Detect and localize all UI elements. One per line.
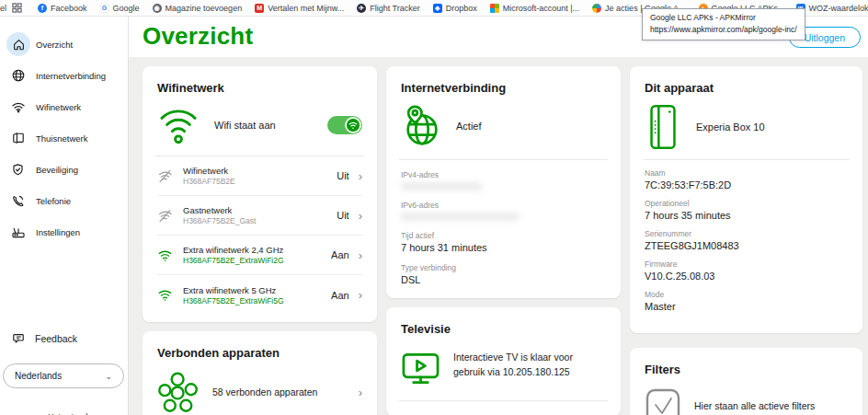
bookmark-microsoft[interactable]: Microsoft-account |... (490, 4, 579, 13)
sidebar-item-instellingen[interactable]: Instellingen (0, 218, 129, 246)
shield-icon (10, 162, 26, 178)
home-network-icon (10, 131, 26, 146)
wifi-status-text: Wifi staat aan (214, 120, 327, 131)
card-televisie: Televisie Interactieve TV is klaar voor … (386, 307, 621, 415)
wifi-on-icon (157, 288, 174, 302)
device-cluster-icon (157, 371, 200, 413)
wifi-off-icon (157, 209, 174, 223)
bookmark-magazine[interactable]: ◉ Magazine toevoegen (153, 4, 243, 13)
connected-devices-row[interactable]: 58 verbonden apparaten › (157, 371, 362, 413)
globe-pin-icon (401, 104, 443, 148)
sidebar-item-wifinetwerk[interactable]: Wifinetwerk (0, 93, 129, 121)
connected-devices-count: 58 verbonden apparaten (212, 386, 359, 398)
sidebar-item-telefonie[interactable]: Telefonie (0, 187, 129, 214)
network-ssid: H368AF75B2E_ExtraWiFi2G (183, 256, 331, 265)
network-ssid: H368AF75B2E_Gast (183, 216, 337, 225)
router-settings-icon (10, 225, 26, 240)
field-label: Firmware (645, 259, 848, 269)
bookmark-dropbox[interactable]: ◈ Dropbox (433, 4, 477, 13)
sidebar-item-overzicht[interactable]: Overzicht (0, 30, 129, 58)
bookmark-facebook[interactable]: f Facebook (38, 4, 87, 13)
tooltip-title: Google LLC APKs - APKMirror (650, 12, 797, 24)
network-name: Extra wifinetwerk 2,4 GHz (183, 245, 331, 255)
field-serienummer: Serienummer ZTEEG8GJ1M08483 (645, 229, 848, 251)
language-select[interactable]: Nederlands ⌄ (3, 363, 124, 388)
field-value: DSL (401, 274, 606, 285)
experia-box-icon (645, 102, 681, 152)
chevron-right-icon: › (359, 386, 362, 398)
card-title: Wifinetwerk (157, 81, 362, 95)
network-name: Wifinetwerk (183, 166, 337, 176)
wifi-toggle-knob (345, 117, 361, 133)
card-internetverbinding: Internetverbinding Actief IPv4-adres IPv… (386, 66, 621, 298)
bookmark-google[interactable]: G Google (100, 4, 140, 13)
google-icon: G (100, 4, 109, 13)
field-connection-type: Type verbinding DSL (401, 263, 606, 285)
field-label: Serienummer (645, 229, 848, 238)
field-label: Type verbinding (401, 263, 606, 272)
tv-status-text: Interactieve TV is klaar voor gebruik vi… (453, 351, 606, 380)
facebook-icon: f (38, 4, 47, 13)
bookmark-translate[interactable]: M Vertalen met Mijnw... (255, 4, 344, 13)
card-title: Dit apparaat (645, 81, 848, 95)
sidebar: Overzicht Internetverbinding Wifinetwerk… (0, 17, 129, 415)
chevron-right-icon: › (359, 210, 362, 222)
bookmark-woz[interactable]: w WOZ-waardeloket (796, 4, 868, 13)
network-state: Uit (337, 210, 348, 221)
sidebar-item-beveiliging[interactable]: Beveiliging (0, 156, 129, 183)
network-name: Gastnetwerk (183, 205, 337, 215)
field-label: IPv6-adres (401, 201, 606, 210)
filters-status-text: Hier staan alle actieve filters (694, 400, 815, 411)
dashboard-content: Wifinetwerk Wifi staat aan (129, 57, 868, 415)
card-title: Verbonden apparaten (157, 346, 362, 360)
network-ssid: H368AF75B2E (183, 177, 337, 186)
chevron-right-icon: › (359, 289, 362, 301)
card-verbonden-apparaten: Verbonden apparaten 58 verbonden apparat… (143, 331, 377, 415)
field-ipv6: IPv6-adres (401, 201, 606, 221)
card-title: Filters (645, 363, 848, 376)
network-name: Extra wifinetwerk 5 GHz (183, 285, 331, 295)
card-filters: Filters Hier staan alle actieve filters (630, 348, 862, 415)
divider (643, 159, 850, 160)
wifi-network-row-main[interactable]: Wifinetwerk H368AF75B2E Uit › (157, 156, 362, 196)
magazine-icon: ◉ (153, 4, 162, 13)
field-firmware: Firmware V10.C.25.08.03 (645, 259, 848, 282)
grid-icon[interactable] (12, 3, 22, 13)
feedback-button[interactable]: Feedback (10, 330, 77, 346)
wifi-off-icon (157, 169, 174, 183)
card-dit-apparaat: Dit apparaat Experia Box 10 Naam 7C:39:5… (630, 66, 862, 333)
internet-status: Actief (456, 121, 482, 132)
translate-icon: M (255, 4, 264, 13)
bookmark-flight-tracker[interactable]: ✈ Flight Tracker (357, 4, 420, 13)
chevron-down-icon: ⌄ (105, 372, 112, 381)
redacted-value (401, 213, 519, 221)
field-value: V10.C.25.08.03 (645, 271, 848, 282)
wifi-toggle[interactable] (327, 116, 362, 134)
tooltip-url: https://www.apkmirror.com/apk/google-inc… (650, 24, 797, 36)
field-label: IPv4-adres (401, 170, 606, 179)
page-title: Overzicht (143, 22, 253, 51)
field-value: ZTEEG8GJ1M08483 (645, 240, 848, 251)
checkbox-icon (645, 387, 681, 415)
sidebar-item-thuisnetwerk[interactable]: Thuisnetwerk (0, 124, 129, 152)
wifi-on-icon (157, 248, 174, 262)
network-state: Uit (337, 170, 348, 181)
sidebar-item-internetverbinding[interactable]: Internetverbinding (0, 62, 129, 89)
network-state: Aan (331, 249, 349, 260)
google-activity-icon (592, 4, 601, 13)
kpn-router-dashboard: iel f Facebook G Google ◉ Magazine toevo… (0, 0, 868, 415)
wifi-network-row-extra24[interactable]: Extra wifinetwerk 2,4 GHz H368AF75B2E_Ex… (157, 236, 362, 275)
wifi-network-row-guest[interactable]: Gastnetwerk H368AF75B2E_Gast Uit › (157, 196, 362, 236)
network-state: Aan (331, 290, 349, 301)
card-title: Televisie (401, 322, 606, 336)
bookmark-partial[interactable]: iel (0, 4, 12, 13)
field-label: Mode (645, 290, 848, 299)
field-mode: Mode Master (645, 290, 848, 312)
card-title: Internetverbinding (401, 81, 606, 95)
phone-icon (10, 193, 26, 209)
divider (399, 159, 608, 160)
field-value: 7 hours 31 minutes (401, 242, 606, 253)
wifi-network-row-extra5[interactable]: Extra wifinetwerk 5 GHz H368AF75B2E_Extr… (157, 275, 362, 315)
network-ssid: H368AF75B2E_ExtraWiFi5G (183, 296, 331, 305)
field-label: Naam (645, 168, 848, 178)
